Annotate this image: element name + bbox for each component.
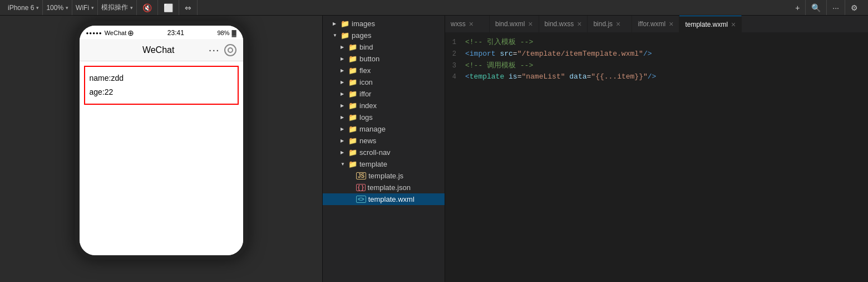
folder-icon-pages: 📁	[341, 31, 349, 40]
line-number-1: 1	[445, 37, 465, 48]
tree-arrow-template: ▼	[341, 162, 346, 167]
wxml-icon-template: <>	[356, 196, 366, 203]
phone-panel: ●●●●● WeChat ⊕ 23:41 98% ▓ WeChat ···	[0, 16, 323, 282]
code-editor: wxss × bind.wxml × bind.wxss × bind.js ×…	[445, 16, 868, 282]
line-number-3: 3	[445, 61, 465, 71]
content-line-1: name:zdd	[90, 71, 233, 85]
tree-item-logs[interactable]: ▶ 📁 logs	[323, 111, 445, 123]
expand-icon[interactable]: ⇔	[183, 2, 194, 13]
tree-item-button[interactable]: ▶ 📁 button	[323, 53, 445, 65]
sound-icon-group[interactable]: 🔇	[137, 0, 158, 15]
tab-bar: wxss × bind.wxml × bind.wxss × bind.js ×…	[445, 16, 868, 32]
tree-item-template-js[interactable]: JS template.js	[323, 170, 445, 182]
code-line-3: 3 <!-- 调用模板 -->	[445, 60, 868, 72]
tree-label-pages: pages	[352, 31, 371, 40]
tree-arrow-bind: ▶	[341, 45, 346, 50]
tab-template-wxml[interactable]: template.wxml ×	[679, 16, 742, 32]
battery-icon: ▓	[231, 30, 236, 36]
code-content-4: <template is="nameList" data="{{...item}…	[465, 71, 656, 83]
nav-actions[interactable]: ···	[209, 43, 236, 56]
network-arrow: ▾	[91, 5, 94, 11]
tree-arrow-icon: ▶	[341, 80, 346, 85]
tab-close-bind-js[interactable]: ×	[616, 20, 620, 28]
tree-item-manage[interactable]: ▶ 📁 manage	[323, 123, 445, 135]
tree-item-pages[interactable]: ▼ 📁 pages	[323, 30, 445, 41]
tree-label-button: button	[359, 55, 379, 63]
phone-status-bar: ●●●●● WeChat ⊕ 23:41 98% ▓	[80, 26, 243, 39]
tree-label-scroll-nav: scroll-nav	[359, 148, 391, 157]
signal-dots: ●●●●●	[86, 31, 102, 36]
more-icon[interactable]: ···	[830, 2, 841, 13]
tab-close-iffor-wxml[interactable]: ×	[669, 20, 673, 28]
folder-icon-flex: 📁	[348, 66, 357, 75]
tree-arrow-flex: ▶	[341, 68, 346, 73]
tree-item-bind[interactable]: ▶ 📁 bind	[323, 41, 445, 53]
settings-icon[interactable]: ⚙	[849, 2, 860, 13]
tree-item-icon[interactable]: ▶ 📁 icon	[323, 76, 445, 88]
tab-close-bind-wxss[interactable]: ×	[577, 20, 581, 28]
settings-icon-group[interactable]: ⚙	[845, 0, 864, 15]
folder-icon-images: 📁	[341, 20, 349, 28]
tree-item-template-json[interactable]: { } template.json	[323, 182, 445, 193]
folder-icon-template: 📁	[348, 160, 357, 168]
carrier-label: WeChat	[105, 30, 127, 36]
phone-icon[interactable]: ⬜	[161, 2, 175, 13]
search-icon-group[interactable]: 🔍	[806, 0, 827, 15]
tree-item-template-wxml[interactable]: <> template.wxml	[323, 193, 445, 205]
tree-item-flex[interactable]: ▶ 📁 flex	[323, 65, 445, 76]
code-line-2: 2 <import src="/template/itemTemplate.wx…	[445, 48, 868, 60]
tab-bind-wxml[interactable]: bind.wxml ×	[490, 16, 539, 32]
nav-record-inner	[228, 47, 233, 53]
status-right: 98% ▓	[217, 30, 236, 36]
tree-item-images[interactable]: ▶ 📁 images	[323, 18, 445, 30]
tree-item-template[interactable]: ▼ 📁 template	[323, 158, 445, 170]
mode-group: 模拟操作 ▾	[98, 0, 137, 15]
device-group: iPhone 6 ▾	[4, 0, 43, 15]
add-button[interactable]: +	[793, 2, 802, 13]
tree-label-icon: icon	[359, 78, 373, 86]
nav-title: WeChat	[142, 45, 175, 55]
tab-close-bind-wxml[interactable]: ×	[528, 20, 532, 28]
phone-icon-group[interactable]: ⬜	[158, 0, 179, 15]
tree-label-template: template	[359, 160, 387, 168]
tab-label-template-wxml: template.wxml	[685, 21, 728, 28]
tab-iffor-wxml[interactable]: iffor.wxml ×	[632, 16, 679, 32]
tree-label-iffor: iffor	[359, 90, 371, 98]
file-tree: ▶ 📁 images ▼ 📁 pages ▶ 📁 bind ▶ 📁 button…	[323, 16, 445, 282]
code-content-1: <!-- 引入模板 -->	[465, 37, 533, 48]
tree-item-iffor[interactable]: ▶ 📁 iffor	[323, 88, 445, 100]
tree-item-index[interactable]: ▶ 📁 index	[323, 100, 445, 111]
phone-nav-bar: WeChat ···	[80, 39, 243, 61]
tree-arrow-logs: ▶	[341, 115, 346, 120]
status-left: ●●●●● WeChat ⊕	[86, 28, 135, 37]
nav-more-dots[interactable]: ···	[209, 43, 220, 56]
tab-bind-wxss[interactable]: bind.wxss ×	[539, 16, 588, 32]
tab-bind-js[interactable]: bind.js ×	[588, 16, 632, 32]
mode-label: 模拟操作	[101, 3, 128, 12]
zoom-arrow: ▾	[66, 5, 68, 11]
device-label: iPhone 6	[8, 4, 34, 12]
nav-record-button[interactable]	[224, 44, 236, 56]
search-icon[interactable]: 🔍	[809, 2, 823, 13]
tree-label-logs: logs	[359, 113, 373, 121]
code-content[interactable]: 1 <!-- 引入模板 --> 2 <import src="/template…	[445, 32, 868, 282]
folder-icon-logs: 📁	[348, 113, 357, 121]
tab-wxss[interactable]: wxss ×	[445, 16, 490, 32]
content-box: name:zdd age:22	[84, 66, 239, 105]
more-icon-group[interactable]: ···	[827, 0, 845, 15]
top-toolbar: iPhone 6 ▾ 100% ▾ WiFi ▾ 模拟操作 ▾ 🔇 ⬜ ⇔ + …	[0, 0, 868, 16]
tree-arrow-index: ▶	[341, 103, 346, 108]
tree-label-manage: manage	[359, 125, 386, 133]
tab-close-wxss[interactable]: ×	[469, 20, 474, 28]
battery-percent: 98%	[217, 30, 229, 36]
expand-icon-group[interactable]: ⇔	[179, 0, 198, 15]
tree-item-news[interactable]: ▶ 📁 news	[323, 135, 445, 147]
tree-item-scroll-nav[interactable]: ▶ 📁 scroll-nav	[323, 147, 445, 158]
content-line-2: age:22	[90, 85, 233, 99]
tab-close-template-wxml[interactable]: ×	[731, 20, 736, 29]
code-line-4: 4 <template is="nameList" data="{{...ite…	[445, 71, 868, 83]
network-group: WiFi ▾	[72, 0, 98, 15]
add-icon-group[interactable]: +	[790, 0, 806, 15]
device-arrow: ▾	[36, 5, 39, 11]
sound-icon[interactable]: 🔇	[140, 2, 154, 13]
